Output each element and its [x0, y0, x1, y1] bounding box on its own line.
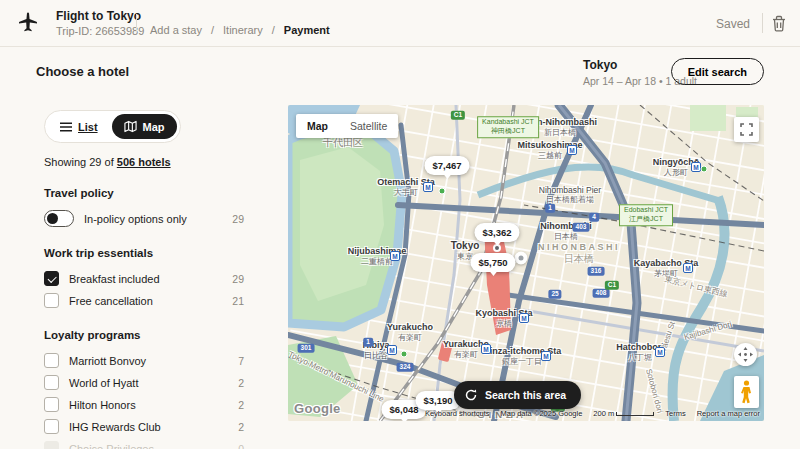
filter-row-in-policy-options-only[interactable]: In-policy options only29: [44, 209, 244, 228]
road-shield: 316: [588, 267, 605, 276]
metro-station-icon: M: [481, 344, 491, 354]
filters-sidebar: List Map Showing 29 of 506 hotels Travel…: [44, 110, 244, 449]
metro-station-icon: M: [423, 182, 433, 192]
map-label: NIHONBASHI日本橋: [538, 242, 620, 265]
road-shield: 1: [363, 338, 373, 347]
filter-sections: Travel policyIn-policy options only29Wor…: [44, 187, 244, 449]
breadcrumb: Add a stay/Itinerary/Payment: [150, 24, 330, 36]
pegman-icon: [740, 380, 753, 404]
map-label-text: Kajibashi Dori: [683, 320, 733, 343]
divider: [762, 13, 763, 33]
filter-count: 7: [238, 355, 244, 367]
filter-label: IHG Rewards Club: [69, 421, 238, 433]
search-this-area-label: Search this area: [485, 389, 566, 401]
divider: [136, 14, 137, 33]
results-summary: Showing 29 of 506 hotels: [44, 156, 244, 168]
results-prefix: Showing 29 of: [44, 156, 117, 168]
filter-row-free-cancellation[interactable]: Free cancellation21: [44, 291, 244, 310]
keyboard-shortcuts-link[interactable]: Keyboard shortcuts: [425, 409, 490, 418]
filter-count: 2: [238, 399, 244, 411]
filter-section-title: Work trip essentials: [44, 247, 244, 259]
map-type-map-button[interactable]: Map: [296, 114, 339, 138]
top-bar: Flight to Tokyo Trip-ID: 26653989 Add a …: [0, 0, 800, 47]
filter-label: Marriott Bonvoy: [69, 355, 238, 367]
filter-row-choice-privileges[interactable]: Choice Privileges0: [44, 439, 244, 449]
breadcrumb-item-itinerary[interactable]: Itinerary: [223, 24, 263, 36]
tree-icon: [401, 351, 408, 358]
hotel-price-pin[interactable]: $5,750: [470, 253, 515, 272]
filter-row-ihg-rewards-club[interactable]: IHG Rewards Club2: [44, 417, 244, 436]
fullscreen-icon: [740, 123, 753, 136]
road-shield: 1: [545, 204, 555, 213]
hotel-marker[interactable]: [515, 252, 528, 265]
map-label: Yurakucho有楽町: [387, 322, 433, 342]
map-attribution: Keyboard shortcuts Map data ©2025 Google…: [425, 409, 760, 418]
map-label-text: Tokyo: [451, 240, 480, 252]
map-view-label: Map: [143, 121, 165, 133]
map-label-text: NIHONBASHI: [538, 242, 620, 253]
checkbox[interactable]: [44, 397, 59, 412]
map-label-text: Yurakucho: [387, 322, 433, 333]
metro-station-icon: M: [541, 351, 551, 361]
policy-toggle[interactable]: [44, 210, 74, 227]
filter-label: World of Hyatt: [69, 377, 238, 389]
metro-station-icon: M: [567, 145, 577, 155]
trash-icon[interactable]: [770, 14, 788, 33]
checkbox[interactable]: [44, 419, 59, 434]
filter-section: Travel policyIn-policy options only29: [44, 187, 244, 228]
airplane-logo-icon[interactable]: [16, 11, 40, 35]
checkbox[interactable]: [44, 375, 59, 390]
fullscreen-button[interactable]: [734, 117, 759, 142]
view-toggle: List Map: [44, 110, 181, 143]
filter-label: Free cancellation: [69, 295, 232, 307]
pegman-button[interactable]: [734, 376, 759, 408]
map-icon: [124, 120, 137, 133]
filter-label: Choice Privileges: [69, 443, 238, 449]
map-label-text: Sotobori dori: [643, 368, 664, 414]
filter-row-hilton-honors[interactable]: Hilton Honors2: [44, 395, 244, 414]
terms-link[interactable]: Terms: [665, 409, 685, 418]
report-map-error-link[interactable]: Report a map error: [697, 409, 760, 418]
hotel-price-pin[interactable]: $7,467: [424, 156, 469, 175]
filter-count: 21: [232, 295, 244, 307]
breadcrumb-separator: /: [211, 24, 214, 36]
road-shield: 301: [298, 344, 315, 353]
filter-section: Work trip essentialsBreakfast included29…: [44, 247, 244, 310]
filter-row-marriott-bonvoy[interactable]: Marriott Bonvoy7: [44, 351, 244, 370]
filter-count: 2: [238, 377, 244, 389]
filter-count: 0: [238, 443, 244, 449]
results-count-link[interactable]: 506 hotels: [117, 156, 171, 168]
road-shield: 403: [573, 223, 590, 232]
road-shield: 25: [548, 290, 561, 299]
breadcrumb-item-payment[interactable]: Payment: [284, 24, 330, 36]
map-label-sub: 日本橋: [538, 252, 620, 264]
map-label-sub: 日本橋: [540, 232, 592, 242]
filter-label: In-policy options only: [84, 213, 232, 225]
checkbox[interactable]: [44, 441, 59, 449]
filter-row-world-of-hyatt[interactable]: World of Hyatt2: [44, 373, 244, 392]
checkbox[interactable]: [44, 271, 59, 286]
google-logo[interactable]: Google: [294, 401, 341, 416]
filter-count: 2: [238, 421, 244, 433]
checkbox[interactable]: [44, 293, 59, 308]
refresh-icon: [465, 389, 477, 401]
pan-control-button[interactable]: [734, 343, 757, 366]
breadcrumb-item-add-a-stay[interactable]: Add a stay: [150, 24, 202, 36]
metro-station-icon: M: [519, 313, 529, 323]
list-view-button[interactable]: List: [48, 115, 110, 139]
map-view-button[interactable]: Map: [112, 114, 177, 139]
filter-row-breakfast-included[interactable]: Breakfast included29: [44, 269, 244, 288]
search-this-area-button[interactable]: Search this area: [454, 381, 581, 409]
filter-label: Hilton Honors: [69, 399, 238, 411]
filter-label: Breakfast included: [69, 273, 232, 285]
map-panel[interactable]: Chiyoda City千代田区Shin-Nihombashi新日本橋Mitsu…: [288, 105, 764, 421]
map-label-sub: 日比谷: [362, 351, 389, 361]
hotel-price-pin[interactable]: $3,362: [474, 223, 519, 242]
map-scale-bar: [616, 412, 654, 416]
checkbox[interactable]: [44, 353, 59, 368]
map-scale-label: 200 m: [593, 409, 614, 418]
edit-search-button[interactable]: Edit search: [671, 58, 764, 85]
road-shield: 324: [397, 363, 414, 372]
metro-station-icon: M: [691, 162, 701, 172]
map-type-satellite-button[interactable]: Satellite: [339, 114, 398, 138]
